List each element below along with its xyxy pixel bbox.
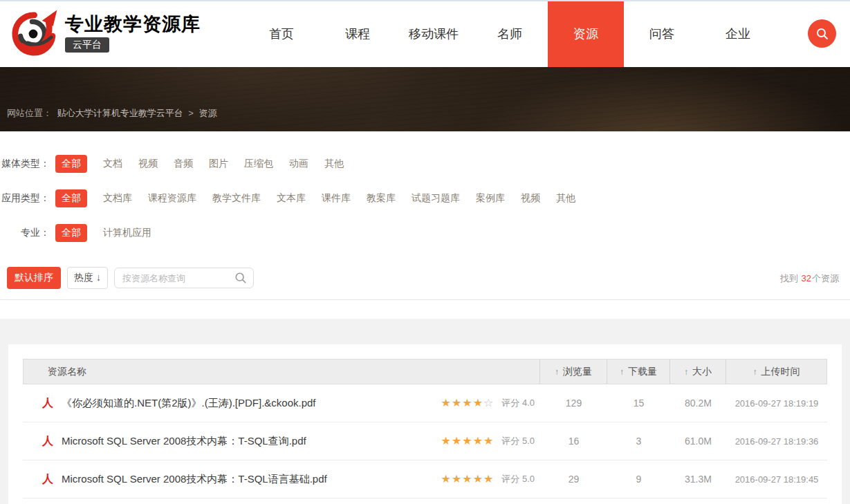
false: 下载量 [628, 366, 657, 378]
filter-option-视频[interactable]: 视频 [138, 158, 158, 170]
pdf-icon: 人 [42, 398, 53, 409]
filter-option-音频[interactable]: 音频 [174, 158, 193, 170]
resource-name-cell: 人《你必须知道的.NET(第2版)》.(王涛).[PDF].&ckook.pdf… [23, 397, 540, 410]
downloads-count: 15 [607, 398, 670, 409]
nav-item-移动课件[interactable]: 移动课件 [396, 0, 472, 67]
table-header: 资源名称↑浏览量↑下载量↑大小↑上传时间 [23, 359, 827, 384]
file-size: 80.2M [670, 398, 726, 409]
logo[interactable]: 专业教学资源库 云平台 [0, 6, 243, 62]
rating: ★★★★☆评分 4.0 [441, 397, 540, 409]
false: 资源名称 [48, 366, 86, 378]
filter-option-试题习题库[interactable]: 试题习题库 [412, 192, 460, 205]
resource-title[interactable]: Microsoft SQL Server 2008技术内幕：T-SQL查询.pd… [62, 435, 306, 448]
table-row: 人Microsoft SQL Server 2008技术内幕：T-SQL语言基础… [23, 460, 827, 498]
result-number: 32 [802, 273, 811, 283]
upload-time: 2016-09-27 18:19:19 [726, 398, 827, 409]
false: 浏览量 [563, 366, 592, 378]
views-count: 29 [540, 474, 607, 485]
column-header-2[interactable]: ↑下载量 [607, 360, 669, 384]
filter-label: 媒体类型： [0, 158, 50, 170]
sort-asc-icon: ↑ [620, 367, 624, 377]
resource-name-cell: 人Microsoft SQL Server 2008技术内幕：T-SQL查询.p… [23, 435, 540, 448]
filter-option-教学文件库[interactable]: 教学文件库 [212, 192, 261, 205]
table-row: 人《你必须知道的.NET(第2版)》.(王涛).[PDF].&ckook.pdf… [23, 384, 827, 422]
toolbar: 默认排序 热度 ↓ 找到 32个资源 [0, 257, 850, 300]
filter-option-课程资源库[interactable]: 课程资源库 [148, 192, 196, 205]
table-body: 人《你必须知道的.NET(第2版)》.(王涛).[PDF].&ckook.pdf… [23, 384, 827, 498]
rating-value: 评分 5.0 [501, 473, 535, 485]
logo-icon [6, 6, 61, 62]
nav-item-首页[interactable]: 首页 [243, 0, 320, 67]
filter-option-压缩包[interactable]: 压缩包 [244, 158, 273, 170]
nav-search-button[interactable] [808, 19, 836, 48]
filter-option-教案库[interactable]: 教案库 [367, 192, 396, 205]
downloads-count: 3 [607, 436, 670, 447]
filter-option-视频[interactable]: 视频 [521, 192, 540, 205]
rating: ★★★★★评分 5.0 [441, 473, 540, 485]
column-header-4[interactable]: ↑上传时间 [726, 360, 826, 384]
filter-option-动画[interactable]: 动画 [289, 158, 308, 170]
breadcrumb-label: 网站位置： [7, 108, 52, 118]
star-rating-icons: ★★★★★ [441, 474, 495, 485]
filter-option-案例库[interactable]: 案例库 [476, 192, 505, 205]
default-sort-button[interactable]: 默认排序 [7, 267, 61, 289]
filter-option-课件库[interactable]: 课件库 [322, 192, 351, 205]
rating-value: 评分 4.0 [501, 397, 535, 409]
table-row: 人Microsoft SQL Server 2008技术内幕：T-SQL查询.p… [23, 422, 827, 460]
breadcrumb-root-link[interactable]: 贴心大学计算机专业教学云平台 [57, 108, 183, 118]
false: 大小 [692, 366, 712, 378]
heat-sort-button[interactable]: 热度 ↓ [67, 267, 108, 289]
search-icon[interactable] [234, 272, 247, 284]
resource-title[interactable]: Microsoft SQL Server 2008技术内幕：T-SQL语言基础.… [62, 473, 327, 486]
filter-row: 专业：全部计算机应用 [0, 224, 850, 242]
filter-row: 应用类型：全部文档库课程资源库教学文件库文本库课件库教案库试题习题库案例库视频其… [0, 189, 850, 207]
filter-option-文本库[interactable]: 文本库 [277, 192, 306, 205]
star-filled-icons: ★★★★ [441, 397, 483, 409]
page: 专业教学资源库 云平台 首页课程移动课件名师资源问答企业 网站位置： 贴心大学计… [0, 0, 850, 504]
result-count: 找到 32个资源 [780, 272, 839, 285]
filter-option-文档[interactable]: 文档 [103, 158, 122, 170]
nav-item-课程[interactable]: 课程 [320, 0, 396, 67]
filter-option-全部[interactable]: 全部 [55, 224, 87, 242]
star-rating-icons: ★★★★☆ [441, 398, 495, 409]
filter-rows: 媒体类型：全部文档视频音频图片压缩包动画其他应用类型：全部文档库课程资源库教学文… [0, 131, 850, 257]
filter-option-文档库[interactable]: 文档库 [103, 192, 132, 205]
column-header-1[interactable]: ↑浏览量 [539, 360, 607, 384]
downloads-count: 9 [607, 474, 670, 485]
filter-label: 专业： [0, 227, 50, 239]
upload-time: 2016-09-27 18:19:36 [726, 436, 827, 447]
site-title: 专业教学资源库 [65, 15, 201, 35]
filter-option-全部[interactable]: 全部 [55, 155, 87, 173]
nav-item-问答[interactable]: 问答 [624, 0, 700, 67]
column-header-3[interactable]: ↑大小 [669, 360, 726, 384]
filter-option-其他[interactable]: 其他 [556, 192, 575, 205]
star-filled-icons: ★★★★★ [441, 435, 495, 447]
views-count: 129 [540, 398, 607, 409]
star-rating-icons: ★★★★★ [441, 436, 495, 447]
pdf-icon: 人 [42, 436, 53, 447]
nav-item-名师[interactable]: 名师 [472, 0, 548, 67]
file-size: 61.0M [670, 436, 726, 447]
resource-search-input[interactable] [121, 272, 234, 284]
file-size: 31.3M [670, 474, 726, 485]
column-header-0: 资源名称 [24, 360, 539, 384]
logo-text: 专业教学资源库 云平台 [65, 15, 201, 53]
sort-asc-icon: ↑ [684, 367, 688, 377]
filter-option-计算机应用[interactable]: 计算机应用 [103, 227, 151, 239]
filter-option-其他[interactable]: 其他 [324, 158, 344, 170]
star-filled-icons: ★★★★★ [441, 473, 495, 485]
nav-item-企业[interactable]: 企业 [700, 0, 776, 67]
main-nav: 首页课程移动课件名师资源问答企业 [243, 0, 776, 67]
filter-option-全部[interactable]: 全部 [55, 189, 87, 207]
views-count: 16 [540, 436, 607, 447]
breadcrumb-current: 资源 [198, 108, 216, 118]
filter-row: 媒体类型：全部文档视频音频图片压缩包动画其他 [0, 155, 850, 173]
content-background: 资源名称↑浏览量↑下载量↑大小↑上传时间 人《你必须知道的.NET(第2版)》.… [0, 319, 850, 504]
nav-item-资源[interactable]: 资源 [548, 0, 624, 67]
resource-title[interactable]: 《你必须知道的.NET(第2版)》.(王涛).[PDF].&ckook.pdf [62, 397, 316, 410]
star-empty-icon: ☆ [483, 397, 494, 409]
filter-label: 应用类型： [0, 192, 50, 205]
site-badge: 云平台 [65, 37, 109, 53]
filter-option-图片[interactable]: 图片 [209, 158, 228, 170]
result-suffix: 个资源 [812, 273, 839, 283]
